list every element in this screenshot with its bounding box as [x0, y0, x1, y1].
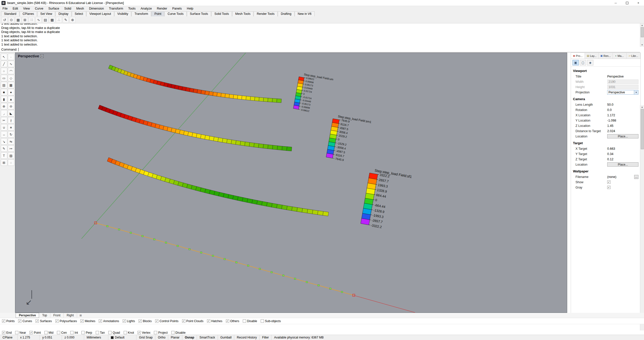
model-node[interactable]: [224, 258, 225, 260]
rectangle-tool-icon[interactable]: ▭: [1, 75, 7, 81]
osnap-quad[interactable]: Quad: [108, 331, 120, 334]
filter-sub-objects[interactable]: Sub-objects: [261, 319, 281, 323]
filter-checkbox-others[interactable]: ✓: [226, 319, 229, 323]
beam-segment[interactable]: [186, 87, 190, 92]
beam-segment[interactable]: [240, 141, 245, 146]
osnap-near[interactable]: Near: [15, 331, 26, 334]
beam-segment[interactable]: [205, 135, 210, 140]
status-toggle-gumball[interactable]: Gumball: [218, 335, 234, 340]
beam-segment[interactable]: [233, 195, 238, 200]
toolbar-tab-render-tools[interactable]: Render Tools: [254, 11, 278, 16]
prop-value-text[interactable]: -1.098: [607, 119, 638, 122]
beam-segment[interactable]: [252, 200, 257, 204]
model-node[interactable]: [318, 285, 319, 286]
toolbar-tab-visibility[interactable]: Visibility: [114, 11, 131, 16]
model-node[interactable]: [247, 265, 249, 267]
toolbar-tab-standard[interactable]: Standard: [1, 11, 19, 16]
beam-segment[interactable]: [318, 211, 323, 215]
viewport-scene[interactable]: 0.086220.068980.051730.034490.017240-0.0…: [15, 53, 567, 313]
menu-panels[interactable]: Panels: [170, 6, 184, 11]
beam-segment[interactable]: [249, 142, 254, 147]
osnap-checkbox-point[interactable]: ✓: [29, 331, 33, 334]
beam-segment[interactable]: [213, 137, 218, 142]
scroll-thumb[interactable]: [641, 109, 644, 149]
model-node[interactable]: [259, 268, 261, 270]
viewport-menu-arrow-icon[interactable]: ▾: [40, 54, 44, 58]
model-node[interactable]: [341, 291, 343, 293]
beam-segment[interactable]: [287, 147, 292, 151]
hatch-tool-icon[interactable]: ▨: [8, 152, 14, 159]
beam-segment[interactable]: [242, 198, 248, 203]
beam-segment[interactable]: [235, 140, 241, 145]
grid-snap-icon[interactable]: ⊞: [22, 17, 28, 23]
history-icon[interactable]: ↺: [2, 17, 8, 23]
block-tool-icon[interactable]: ⊞: [1, 159, 7, 166]
beam-segment[interactable]: [297, 208, 303, 212]
osnap-checkbox-vertex[interactable]: ✓: [138, 331, 141, 334]
panel-tab-lay[interactable]: ▤Lay...: [585, 53, 599, 59]
beam-segment[interactable]: [272, 203, 277, 208]
model-node[interactable]: [165, 242, 167, 243]
filter-polysurfaces[interactable]: ✓Polysurfaces: [55, 319, 77, 323]
minimize-button[interactable]: ─: [610, 0, 621, 6]
detail-properties-icon[interactable]: ▢: [580, 60, 586, 65]
beam-segment[interactable]: [209, 91, 213, 96]
point-tool-icon[interactable]: ∙: [8, 54, 14, 60]
beam-segment[interactable]: [268, 98, 273, 102]
beam-segment[interactable]: [292, 207, 297, 211]
beam-segment[interactable]: [277, 146, 282, 150]
filter-point-clouds[interactable]: ✓Point Clouds: [182, 319, 204, 323]
model-node[interactable]: [153, 239, 155, 240]
filter-checkbox-hatches[interactable]: ✓: [207, 319, 210, 323]
toolbar-tab-display[interactable]: Display: [55, 11, 71, 16]
filter-lights[interactable]: ✓Lights: [123, 319, 135, 323]
status-toggle-ortho[interactable]: Ortho: [155, 335, 168, 340]
beam-segment[interactable]: [282, 205, 287, 210]
status-z[interactable]: z 0.000: [62, 335, 84, 340]
status-cplane[interactable]: CPlane: [0, 335, 18, 340]
osnap-checkbox-project[interactable]: [154, 331, 157, 334]
filter-curves[interactable]: ✓Curves: [18, 319, 32, 323]
beam-segment[interactable]: [228, 194, 233, 199]
osnap-checkbox-mid[interactable]: [44, 331, 48, 334]
prop-value-text[interactable]: 0.34: [607, 152, 638, 156]
beam-segment[interactable]: [259, 97, 264, 101]
beam-segment[interactable]: [323, 211, 329, 216]
viewport-tab-right[interactable]: Right: [64, 313, 77, 318]
beam-segment[interactable]: [217, 93, 221, 97]
polygon-tool-icon[interactable]: ◇: [8, 75, 14, 81]
beam-segment[interactable]: [273, 145, 278, 150]
viewport-tab-front[interactable]: Front: [50, 313, 64, 318]
surface-tool-icon[interactable]: ▤: [1, 82, 7, 88]
grid-icon[interactable]: ▦: [15, 17, 21, 23]
beam-segment[interactable]: [307, 209, 313, 214]
beam-segment[interactable]: [225, 94, 229, 98]
osnap-checkbox-near[interactable]: [15, 331, 18, 334]
mesh-icon[interactable]: ▤: [42, 17, 48, 23]
status-toggle-osnap[interactable]: Osnap: [182, 335, 197, 340]
beam-segment[interactable]: [196, 134, 201, 138]
beam-mesh-2[interactable]: [98, 105, 292, 151]
move-tool-icon[interactable]: ↔: [1, 131, 7, 138]
osnap-checkbox-perp[interactable]: [81, 331, 85, 334]
prop-checkbox[interactable]: ✓: [607, 180, 611, 184]
beam-segment[interactable]: [223, 193, 229, 198]
osnap-checkbox-disable[interactable]: [171, 331, 175, 334]
filter-checkbox-sub-objects[interactable]: [261, 319, 264, 323]
draft-icon[interactable]: ✎: [63, 17, 69, 23]
osnap-checkbox-cen[interactable]: [57, 331, 60, 334]
beam-segment[interactable]: [221, 93, 225, 97]
filter-control-points[interactable]: ✓Control Points: [155, 319, 178, 323]
explode-tool-icon[interactable]: ∗: [8, 124, 14, 131]
prop-value-text[interactable]: 0.663: [607, 147, 638, 150]
toolbar-tab-cplanes[interactable]: CPlanes: [20, 11, 37, 16]
panel-tab-ren[interactable]: ▣Ren...: [599, 53, 613, 59]
beam-segment[interactable]: [227, 139, 232, 144]
model-node[interactable]: [189, 248, 190, 250]
filter-checkbox-point-clouds[interactable]: ✓: [182, 319, 185, 323]
osnap-checkbox-int[interactable]: [70, 331, 74, 334]
arc-tool-icon[interactable]: ◠: [8, 68, 14, 74]
beam-segment[interactable]: [263, 144, 268, 149]
beam-segment[interactable]: [254, 143, 259, 147]
dropdown-arrow-icon[interactable]: ▾: [634, 90, 638, 94]
